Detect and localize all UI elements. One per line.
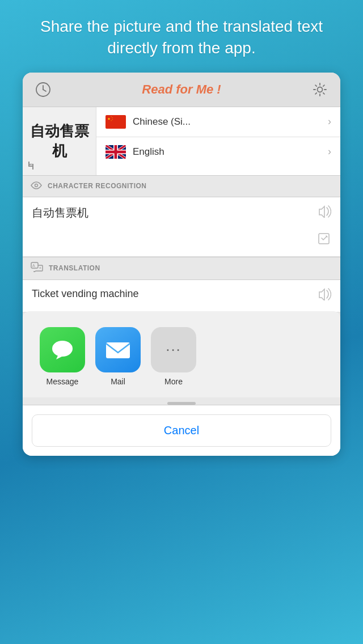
handle-bar xyxy=(167,402,196,405)
nav-bar: Read for Me ! xyxy=(23,73,340,107)
svg-point-11 xyxy=(35,184,38,187)
svg-line-2 xyxy=(43,90,46,91)
svg-point-3 xyxy=(317,87,322,92)
share-item-more[interactable]: ··· More xyxy=(151,327,196,386)
language-pickers: Chinese (Si... › English › xyxy=(96,107,340,175)
history-icon[interactable] xyxy=(34,80,52,99)
translation-section-label: A a TRANSLATION xyxy=(23,257,340,280)
target-language-row[interactable]: English › xyxy=(96,137,340,167)
uk-flag xyxy=(105,145,126,159)
more-app-icon: ··· xyxy=(151,327,196,372)
translation-area: Ticket vending machine xyxy=(23,280,340,312)
language-section: 自动售票机 Chinese xyxy=(23,107,340,175)
svg-text:a: a xyxy=(39,266,41,269)
mail-app-icon xyxy=(95,327,141,372)
mail-label: Mail xyxy=(111,377,125,386)
share-item-message[interactable]: Message xyxy=(40,327,85,386)
settings-icon[interactable] xyxy=(311,80,329,99)
message-app-icon xyxy=(40,327,85,372)
translate-icon: A a xyxy=(31,262,43,275)
more-dots-icon: ··· xyxy=(166,341,182,358)
translation-result-text: Ticket vending machine xyxy=(32,288,138,300)
ocr-action-buttons xyxy=(318,205,331,248)
message-label: Message xyxy=(47,377,79,386)
target-language-name: English xyxy=(133,146,328,158)
ocr-area: 自动售票机 xyxy=(23,197,340,257)
drag-handle xyxy=(23,397,340,405)
more-label: More xyxy=(164,377,183,386)
app-card: Read for Me ! 自动售票机 xyxy=(23,73,340,456)
eye-icon xyxy=(31,180,42,192)
speak-translation-icon[interactable] xyxy=(318,288,331,304)
cancel-bar: Cancel xyxy=(23,405,340,456)
header-banner: Share the picture and the translated tex… xyxy=(0,0,363,73)
source-language-row[interactable]: Chinese (Si... › xyxy=(96,107,340,137)
edit-ocr-icon[interactable] xyxy=(318,232,331,248)
image-preview[interactable]: 自动售票机 xyxy=(23,107,96,175)
svg-rect-18 xyxy=(106,342,130,358)
ocr-label-text: CHARACTER RECOGNITION xyxy=(48,182,147,190)
svg-point-16 xyxy=(52,341,73,357)
ocr-result-text: 自动售票机 xyxy=(32,205,88,221)
app-title: Read for Me ! xyxy=(142,82,221,97)
translation-label-text: TRANSLATION xyxy=(49,264,100,272)
cancel-button[interactable]: Cancel xyxy=(32,414,331,447)
source-language-chevron: › xyxy=(328,116,331,128)
speak-ocr-icon[interactable] xyxy=(318,205,331,221)
svg-text:A: A xyxy=(32,264,35,268)
share-items-row: Message Mail ··· xyxy=(34,327,329,386)
share-sheet: Message Mail ··· xyxy=(23,311,340,397)
target-language-chevron: › xyxy=(328,146,331,158)
svg-rect-4 xyxy=(105,115,126,129)
china-flag xyxy=(105,115,126,129)
share-item-mail[interactable]: Mail xyxy=(95,327,141,386)
source-language-name: Chinese (Si... xyxy=(133,116,328,128)
ocr-image-text: 自动售票机 xyxy=(23,121,96,161)
ocr-section-label: CHARACTER RECOGNITION xyxy=(23,175,340,197)
share-sheet-wrapper: Message Mail ··· xyxy=(23,311,340,456)
crop-icon xyxy=(26,161,35,172)
